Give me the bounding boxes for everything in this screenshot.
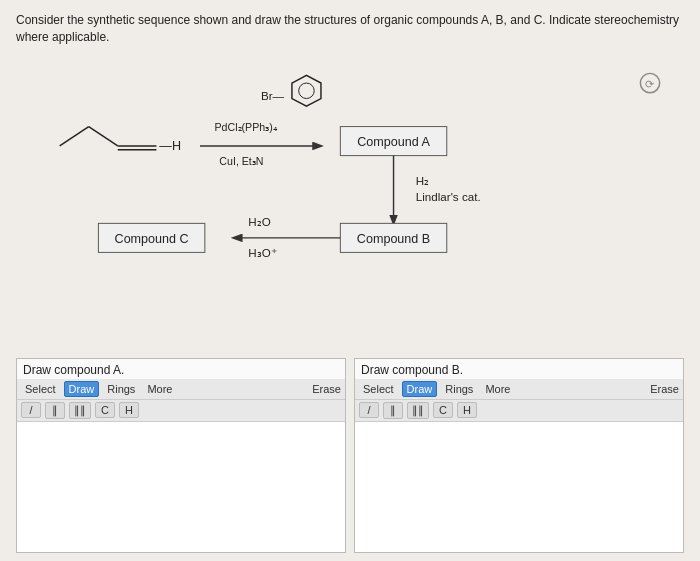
draw-b-bond3[interactable]: ∥∥ (407, 402, 429, 419)
draw-a-bond1[interactable]: / (21, 402, 41, 418)
svg-text:—H: —H (159, 138, 181, 152)
draw-b-erase[interactable]: Erase (650, 383, 679, 395)
svg-marker-12 (292, 75, 321, 106)
draw-b-title: Draw compound B. (355, 359, 683, 379)
draw-a-draw-btn[interactable]: Draw (64, 381, 100, 397)
reaction-diagram: —H PdCl₂(PPh₃)₄ CuI, Et₃N Br— (16, 54, 684, 354)
draw-b-more[interactable]: More (481, 382, 514, 396)
draw-a-erase[interactable]: Erase (312, 383, 341, 395)
draw-section: Draw compound A. Select Draw Rings More … (16, 358, 684, 553)
instructions-text: Consider the synthetic sequence shown an… (16, 12, 684, 46)
compound-a-label: Compound A (357, 135, 430, 149)
draw-a-select[interactable]: Select (21, 382, 60, 396)
starting-material: —H (60, 126, 181, 152)
draw-b-elem-h[interactable]: H (457, 402, 477, 418)
compound-b-label: Compound B (357, 231, 430, 245)
svg-text:H₂O: H₂O (248, 215, 270, 228)
draw-a-toolbar: Select Draw Rings More Erase (17, 379, 345, 400)
compound-c-label: Compound C (115, 231, 189, 245)
draw-b-bond1[interactable]: / (359, 402, 379, 418)
draw-a-title: Draw compound A. (17, 359, 345, 379)
draw-a-elem-h[interactable]: H (119, 402, 139, 418)
draw-b-elem-c[interactable]: C (433, 402, 453, 418)
draw-b-rings[interactable]: Rings (441, 382, 477, 396)
svg-line-0 (60, 126, 89, 145)
draw-a-elem-c[interactable]: C (95, 402, 115, 418)
svg-line-1 (89, 126, 118, 145)
draw-b-draw-btn[interactable]: Draw (402, 381, 438, 397)
draw-b-tools2: / ∥ ∥∥ C H (355, 400, 683, 422)
draw-panel-b: Draw compound B. Select Draw Rings More … (354, 358, 684, 553)
main-container: Consider the synthetic sequence shown an… (0, 0, 700, 561)
svg-text:Br—: Br— (261, 89, 285, 102)
svg-text:H₃O⁺: H₃O⁺ (248, 246, 276, 259)
draw-panel-a: Draw compound A. Select Draw Rings More … (16, 358, 346, 553)
reaction-area: —H PdCl₂(PPh₃)₄ CuI, Et₃N Br— (16, 54, 684, 354)
draw-b-canvas[interactable] (355, 422, 683, 552)
svg-point-13 (299, 83, 314, 98)
draw-b-select[interactable]: Select (359, 382, 398, 396)
draw-a-bond2[interactable]: ∥ (45, 402, 65, 419)
draw-a-canvas[interactable] (17, 422, 345, 552)
svg-text:⟳: ⟳ (646, 77, 655, 89)
draw-a-tools2: / ∥ ∥∥ C H (17, 400, 345, 422)
svg-text:H₂: H₂ (416, 173, 429, 186)
draw-a-rings[interactable]: Rings (103, 382, 139, 396)
svg-text:PdCl₂(PPh₃)₄: PdCl₂(PPh₃)₄ (215, 121, 278, 133)
svg-text:CuI, Et₃N: CuI, Et₃N (219, 155, 263, 167)
draw-a-more[interactable]: More (143, 382, 176, 396)
draw-a-bond3[interactable]: ∥∥ (69, 402, 91, 419)
svg-text:Lindlar's cat.: Lindlar's cat. (416, 190, 481, 203)
draw-b-toolbar: Select Draw Rings More Erase (355, 379, 683, 400)
draw-b-bond2[interactable]: ∥ (383, 402, 403, 419)
